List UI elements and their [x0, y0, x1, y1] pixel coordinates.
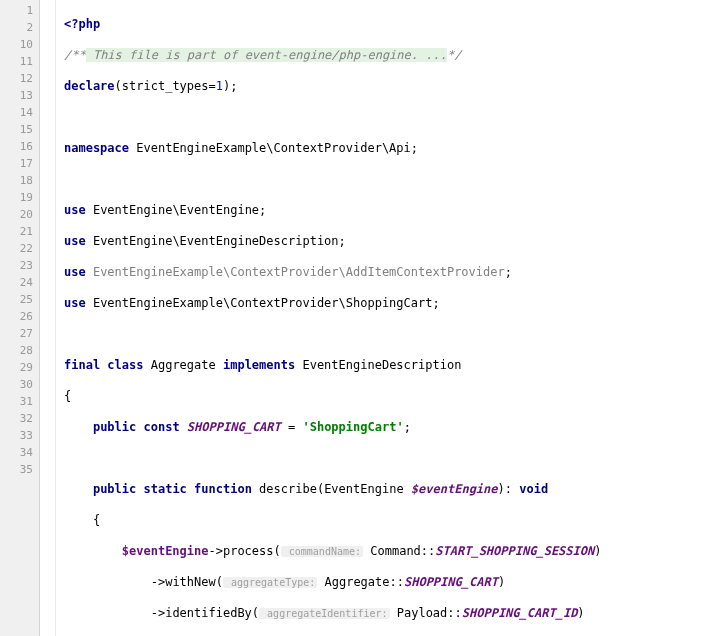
code-line: use EventEngine\EventEngineDescription; [64, 233, 709, 250]
code-line [64, 171, 709, 188]
code-editor[interactable]: <?php /** This file is part of event-eng… [56, 0, 709, 636]
code-line: /** This file is part of event-engine/ph… [64, 47, 709, 64]
line-number: 27 [0, 325, 39, 342]
line-number: 13 [0, 87, 39, 104]
line-number: 16 [0, 138, 39, 155]
code-line: namespace EventEngineExample\ContextProv… [64, 140, 709, 157]
code-line [64, 109, 709, 126]
line-number: 30 [0, 376, 39, 393]
line-number: 28 [0, 342, 39, 359]
code-line: use EventEngineExample\ContextProvider\S… [64, 295, 709, 312]
code-line [64, 326, 709, 343]
line-number: 25 [0, 291, 39, 308]
code-line: use EventEngine\EventEngine; [64, 202, 709, 219]
line-number: 20 [0, 206, 39, 223]
fold-column [40, 0, 56, 636]
line-number: 22 [0, 240, 39, 257]
code-line [64, 450, 709, 467]
code-line: $eventEngine->process( commandName: Comm… [64, 543, 709, 560]
line-number: 18 [0, 172, 39, 189]
code-line: use EventEngineExample\ContextProvider\A… [64, 264, 709, 281]
code-line: { [64, 512, 709, 529]
code-line: public const SHOPPING_CART = 'ShoppingCa… [64, 419, 709, 436]
line-number: 34 [0, 444, 39, 461]
line-number: 29 [0, 359, 39, 376]
line-number: 1 [0, 2, 39, 19]
line-number-gutter: 1210111213141516171819202122232425262728… [0, 0, 40, 636]
line-number: 31 [0, 393, 39, 410]
line-number: 15 [0, 121, 39, 138]
code-line: <?php [64, 16, 709, 33]
line-number: 11 [0, 53, 39, 70]
code-line: ->withNew( aggregateType: Aggregate::SHO… [64, 574, 709, 591]
line-number: 17 [0, 155, 39, 172]
line-number: 26 [0, 308, 39, 325]
line-number: 35 [0, 461, 39, 478]
line-number: 12 [0, 70, 39, 87]
line-number: 19 [0, 189, 39, 206]
line-number: 23 [0, 257, 39, 274]
line-number: 21 [0, 223, 39, 240]
line-number: 2 [0, 19, 39, 36]
code-line: public static function describe(EventEng… [64, 481, 709, 498]
line-number: 14 [0, 104, 39, 121]
line-number: 33 [0, 427, 39, 444]
line-number: 10 [0, 36, 39, 53]
line-number: 32 [0, 410, 39, 427]
code-line: ->identifiedBy( aggregateIdentifier: Pay… [64, 605, 709, 622]
line-number: 24 [0, 274, 39, 291]
code-line: declare(strict_types=1); [64, 78, 709, 95]
code-line: { [64, 388, 709, 405]
code-line: final class Aggregate implements EventEn… [64, 357, 709, 374]
